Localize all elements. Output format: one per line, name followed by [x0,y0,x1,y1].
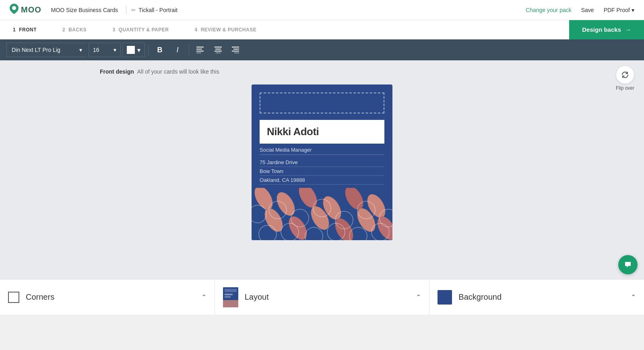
svg-rect-5 [215,47,222,47]
font-size-select[interactable]: 16 ▾ [89,43,121,57]
flip-over-label: Flip over [616,85,634,91]
svg-rect-42 [225,296,231,298]
template-name: ✏ Tickall - Portrait [131,7,178,13]
svg-rect-9 [232,47,239,47]
svg-rect-12 [234,53,239,53]
corner-icon [8,292,19,303]
svg-rect-8 [216,53,221,53]
card-placeholder-box [260,93,384,113]
chevron-down-icon: ▾ [79,47,82,53]
svg-rect-40 [225,289,237,292]
svg-rect-4 [196,53,201,53]
logo-text: MOO [21,5,41,14]
svg-rect-1 [196,47,204,47]
step-2-number: 2 [62,27,65,33]
app-header: MOO MOO Size Business Cards ✏ Tickall - … [0,0,644,20]
step-backs[interactable]: 2 BACKS [50,20,99,39]
design-backs-button[interactable]: Design backs → [569,20,644,39]
corners-section[interactable]: Corners ⌃ [0,280,215,315]
product-name: MOO Size Business Cards [51,7,118,13]
arrow-right-icon: → [625,26,631,33]
card-name-text: Nikki Adoti [267,126,377,138]
layout-section[interactable]: Layout ⌃ [215,280,430,315]
text-formatting-toolbar: Din Next LT Pro Lig ▾ 16 ▾ ▾ B I [0,39,644,60]
svg-rect-43 [223,300,238,307]
svg-rect-10 [233,49,239,49]
background-color-swatch [438,290,452,305]
logo: MOO [10,4,41,16]
italic-button[interactable]: I [169,43,186,57]
card-preview[interactable]: Nikki Adoti Social Media Manager 75 Jard… [252,84,392,240]
header-actions: Change your pack Save PDF Proof ▾ [526,7,634,13]
svg-rect-6 [215,49,221,49]
layout-chevron-up-icon: ⌃ [416,293,421,301]
moo-logo-icon [10,4,19,16]
layout-thumbnail [223,287,238,307]
step-1-label: FRONT [19,27,37,33]
header-divider [126,6,126,14]
card-pattern-svg [252,188,392,240]
align-right-button[interactable] [228,43,244,57]
card-address-line-1: 75 Jardine Drive [260,158,384,167]
edit-icon: ✏ [131,7,136,13]
card-address-line-3: Oakland, CA 19888 [260,176,384,185]
business-card: Nikki Adoti Social Media Manager 75 Jard… [252,84,392,240]
change-pack-link[interactable]: Change your pack [526,7,572,13]
card-pattern-area [252,188,392,240]
card-role-text: Social Media Manager [260,144,384,155]
chat-fab-button[interactable] [618,255,638,274]
svg-rect-41 [225,294,233,295]
layout-label: Layout [245,292,269,302]
save-button[interactable]: Save [581,7,594,13]
step-3-label: QUANTITY & PAPER [119,27,169,33]
card-name-box: Nikki Adoti [260,120,384,144]
svg-rect-7 [215,51,222,51]
background-section[interactable]: Background ⌃ [429,280,644,315]
align-left-button[interactable] [192,43,208,57]
card-address-line-2: Bow Town [260,167,384,176]
corners-label: Corners [26,292,54,302]
chevron-down-icon: ▾ [114,47,116,53]
svg-rect-11 [232,51,239,51]
corners-chevron-up-icon: ⌃ [201,293,206,301]
pdf-proof-button[interactable]: PDF Proof ▾ [604,7,634,13]
canvas-area: Front design All of your cards will look… [0,60,644,315]
step-1-number: 1 [13,27,16,33]
svg-rect-2 [196,49,202,49]
step-2-label: BACKS [68,27,87,33]
step-front[interactable]: 1 FRONT [0,20,50,39]
front-design-label: Front design All of your cards will look… [100,68,219,75]
steps-navigation: 1 FRONT 2 BACKS 3 QUANTITY & PAPER 4 REV… [0,20,644,39]
chevron-down-icon: ▾ [632,7,634,13]
step-3-number: 3 [112,27,115,33]
bold-button[interactable]: B [152,43,168,57]
align-center-button[interactable] [210,43,226,57]
chevron-down-icon: ▾ [137,46,140,54]
step-4-number: 4 [194,27,197,33]
step-quantity[interactable]: 3 QUANTITY & PAPER [99,20,182,39]
bottom-toolbar: Corners ⌃ Layout ⌃ Background ⌃ [0,279,644,315]
card-top-section: Nikki Adoti [252,84,392,144]
background-chevron-up-icon: ⌃ [631,293,636,301]
toolbar-separator-2 [189,44,189,56]
font-family-select[interactable]: Din Next LT Pro Lig ▾ [6,43,87,57]
card-middle-section: Social Media Manager 75 Jardine Drive Bo… [252,144,392,188]
font-color-button[interactable]: ▾ [122,43,145,57]
toolbar-separator-1 [148,44,149,56]
step-4-label: REVIEW & PURCHASE [201,27,257,33]
card-address: 75 Jardine Drive Bow Town Oakland, CA 19… [260,155,384,185]
step-review[interactable]: 4 REVIEW & PURCHASE [182,20,269,39]
color-swatch-white [127,46,135,54]
flip-icon [616,66,634,84]
background-label: Background [458,292,502,302]
svg-point-0 [12,6,16,10]
svg-rect-3 [196,51,204,51]
flip-over-button[interactable]: Flip over [616,66,634,91]
